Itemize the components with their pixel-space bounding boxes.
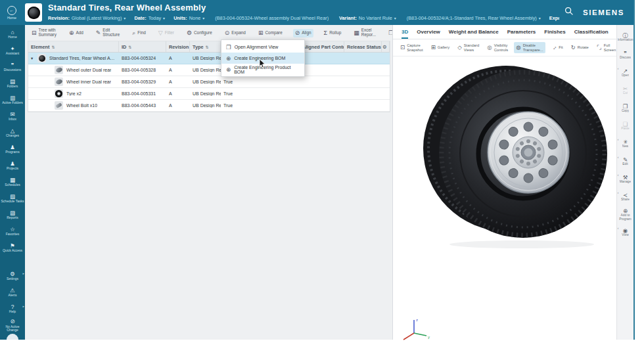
element-name: Wheel inner Dual rear: [66, 79, 111, 84]
menu-item-open-alignment-view[interactable]: ❐ Open Alignment View: [221, 41, 304, 53]
favorites-icon: ☆: [10, 227, 15, 233]
sidebar-item-home[interactable]: ⌂ Home: [0, 26, 25, 43]
toolbar-duplicate-button[interactable]: ❐ Duplicate: [386, 29, 392, 37]
search-icon[interactable]: [564, 7, 574, 18]
tab-classification[interactable]: Classification: [574, 25, 609, 39]
right-command-sidebar: ⓘ Information ❞ Discuss ↗ Open ✂ Cut ❐ C…: [616, 25, 633, 340]
sidebar-item-reports[interactable]: ▨ Reports: [0, 207, 25, 223]
sidebar-item-changes[interactable]: △ Changes: [0, 125, 25, 141]
viewer-rotate-button[interactable]: ↻ Rotate: [569, 43, 591, 52]
viewer-fit-button[interactable]: ↔ Fit: [549, 43, 565, 52]
toolbar-excel-report-button[interactable]: ▦ Excel Repor...: [352, 27, 378, 39]
toolbar-edit-structure-button[interactable]: ✎ Edit Structure: [94, 27, 122, 39]
view-icon: ◉: [623, 228, 628, 234]
sidebar-item-folders[interactable]: ▤ Folders: [0, 76, 25, 92]
column-element[interactable]: Element⇅: [28, 41, 119, 52]
column-settings-gear-icon[interactable]: ⚙: [382, 41, 390, 52]
command-copy[interactable]: ❐ Copy: [617, 99, 634, 117]
command-discuss[interactable]: ❞ Discuss: [617, 46, 634, 64]
config-field-date[interactable]: Date: Today ▾: [134, 15, 165, 21]
table-body: ▾ Standard Tires, Rear Wheel Assembly B8…: [28, 53, 390, 112]
config-field-content-context[interactable]: (B83-004-005324-Wheel assembly Dual Whee…: [213, 15, 331, 21]
sidebar-item-help[interactable]: ? Help: [0, 301, 25, 317]
assembly-thumbnail[interactable]: [25, 3, 42, 22]
no-active-change-icon: ⊘: [10, 319, 14, 325]
mouse-cursor: [259, 58, 266, 68]
command-add-to-program[interactable]: ⊕ Add to Program: [617, 206, 634, 223]
config-field-expansion[interactable]: Expansion: No Rule ▾: [549, 15, 559, 21]
sidebar-item-discussions[interactable]: ❞ Discussions: [0, 59, 25, 76]
table-row-row-assembly[interactable]: ▾ Standard Tires, Rear Wheel Assembly B8…: [28, 53, 390, 64]
sidebar-item-inbox[interactable]: ✉ Inbox: [0, 108, 25, 125]
quick-access-icon: ⚑: [10, 243, 15, 249]
sidebar-item-alerts[interactable]: ⚠ Alerts: [0, 284, 25, 301]
sidebar-item-no-active-change[interactable]: ⊘ No Active Change: [0, 317, 25, 334]
tab-3d[interactable]: 3D: [402, 25, 408, 39]
toolbar-compare-button[interactable]: ⊞ Compare: [256, 29, 285, 37]
viewer-visibility-controls-button[interactable]: ◎ Visibility Controls: [485, 42, 510, 53]
sidebar-item-settings[interactable]: ⚙ Settings: [0, 268, 25, 284]
column-revision[interactable]: Revision⇅: [166, 41, 190, 52]
config-field-variant-context[interactable]: (B83-004-005324/A;1-Standard Tires, Rear…: [405, 15, 541, 21]
table-row-row-tyre[interactable]: Tyre x2 B83-004-005331 A UB Design Revi.…: [28, 88, 390, 100]
sidebar-item-assistant[interactable]: ✦ Assistant: [0, 43, 25, 59]
sidebar-item-schedules[interactable]: ▦ Schedules: [0, 174, 25, 191]
command-cut[interactable]: ✂ Cut: [617, 81, 634, 99]
part-type: UB Design Revi...: [190, 68, 221, 72]
command-new[interactable]: ✳ New: [617, 135, 634, 152]
command-share[interactable]: ≺ Share: [617, 188, 634, 206]
viewer-standard-views-button[interactable]: ◇ Standard Views: [455, 42, 481, 53]
header-titles: Standard Tires, Rear Wheel Assembly Revi…: [48, 0, 559, 25]
tree-with-summary-icon: ⊟: [32, 30, 37, 36]
tab-overview[interactable]: Overview: [417, 25, 440, 39]
column-aligned-part-content[interactable]: Aligned Part Conte...⇅: [300, 41, 344, 52]
assistant-icon: ✦: [10, 46, 14, 52]
expand-caret-icon[interactable]: ▾: [31, 56, 37, 61]
sidebar-item-schedule-tasks[interactable]: ▧ Schedule Tasks: [0, 191, 25, 207]
toolbar-expand-button[interactable]: ⊙ Expand: [223, 29, 248, 37]
column-release-status[interactable]: Release Status⇅: [344, 41, 382, 52]
command-information[interactable]: ⓘ Information: [617, 28, 634, 46]
column-type[interactable]: Type⇅: [190, 41, 221, 52]
sidebar-item-favorites[interactable]: ☆ Favorites: [0, 223, 25, 240]
config-field-units[interactable]: Units: None ▾: [173, 15, 204, 21]
command-edit[interactable]: ✎ Edit: [617, 152, 634, 170]
column-id[interactable]: ID⇅: [119, 41, 166, 52]
part-type: UB Design Revi...: [190, 103, 221, 108]
tab-weight-and-balance[interactable]: Weight and Balance: [449, 25, 499, 39]
sidebar-item-quick-access[interactable]: ⚑ Quick Access: [0, 240, 25, 256]
toolbar-add-button[interactable]: ⊕ Add: [67, 29, 85, 37]
table-row-row-wheel-bolt[interactable]: Wheel Bolt x10 B83-004-005443 A UB Desig…: [28, 100, 390, 112]
table-row-row-wheel-outer[interactable]: Wheel outer Dual rear B83-004-005328 A U…: [28, 64, 390, 76]
command-view[interactable]: ◉ View: [617, 223, 634, 241]
sidebar-item-active-folders[interactable]: ▥ Active Folders: [0, 92, 25, 108]
tire-thumbnail-icon: [28, 7, 40, 19]
edit-structure-icon: ✎: [96, 30, 101, 36]
add-icon: ⊕: [69, 30, 74, 36]
sidebar-item-programs[interactable]: ♟ Programs: [0, 141, 25, 158]
header-home-button[interactable]: ← Home: [0, 0, 24, 25]
toolbar-find-button[interactable]: ⌕ Find: [130, 29, 147, 37]
viewer-full-screen-button[interactable]: ⌜⌟ Full Screen: [595, 42, 616, 53]
toolbar-align-button[interactable]: ⊘ Align: [293, 29, 313, 37]
config-field-revision[interactable]: Revision: Global (Latest Working) ▾: [48, 15, 126, 21]
sidebar-item-projects[interactable]: ♟ Projects: [0, 158, 25, 174]
tab-parameters[interactable]: Parameters: [507, 25, 536, 39]
toolbar-configure-button[interactable]: ⚙ Configure: [185, 29, 214, 37]
user-avatar[interactable]: [7, 334, 18, 340]
command-manage[interactable]: ⚒ Manage: [617, 170, 634, 188]
part-thumbnail-icon: [55, 78, 63, 86]
table-row-row-wheel-inner[interactable]: Wheel inner Dual rear B83-004-005329 A U…: [28, 76, 390, 88]
toolbar-tree-with-summary-button[interactable]: ⊟ Tree with Summary: [30, 27, 58, 39]
viewer-gallery-button[interactable]: ⊞ Gallery: [429, 43, 452, 52]
viewer-capture-snapshot-button[interactable]: ⊡ Capture Snapshot: [398, 42, 425, 53]
toolbar-filter-button[interactable]: ▽ Filter: [156, 29, 176, 37]
3d-viewport[interactable]: z x y: [393, 57, 616, 340]
viewer-disable-transparency-button[interactable]: ◍ Disable Transpare...: [514, 42, 545, 53]
command-paste[interactable]: ❏ Paste: [617, 117, 634, 135]
config-field-variant[interactable]: Variant: No Variant Rule ▾: [339, 15, 396, 21]
command-open[interactable]: ↗ Open: [617, 64, 634, 81]
toolbar-rollup-button[interactable]: Σ Rollup: [322, 29, 344, 37]
tab-finishes[interactable]: Finishes: [544, 25, 565, 39]
axis-triad: z x y: [400, 315, 431, 340]
